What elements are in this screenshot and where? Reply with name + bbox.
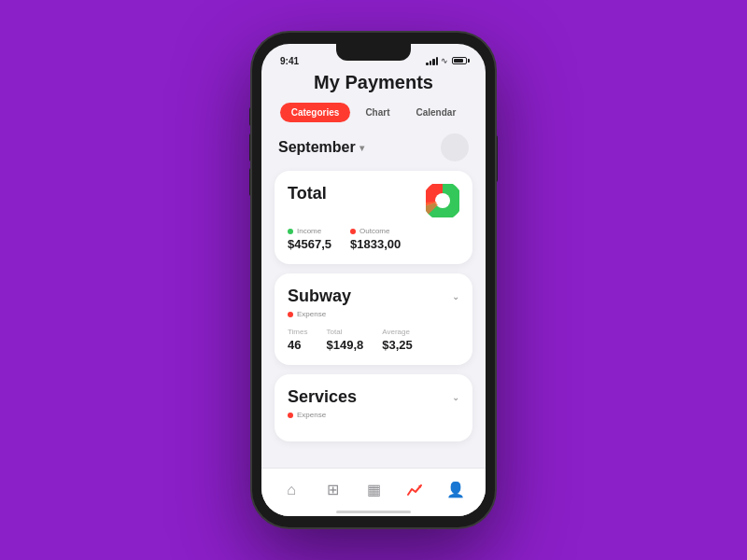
tab-categories[interactable]: Categories — [280, 103, 351, 122]
home-indicator — [261, 511, 486, 516]
subway-chevron-icon: ⌄ — [452, 291, 459, 301]
tab-calendar[interactable]: Calendar — [405, 103, 468, 122]
subway-times-label: Times — [288, 328, 307, 336]
power-button — [495, 135, 498, 182]
subway-type: Expense — [288, 310, 459, 318]
month-name: September — [278, 139, 356, 156]
nav-home[interactable]: ⌂ — [275, 473, 308, 507]
status-time: 9:41 — [280, 56, 299, 66]
subway-total-label: Total — [326, 328, 363, 336]
subway-card[interactable]: Subway ⌄ Expense Times 46 Total $149,8 — [275, 273, 472, 365]
chart-icon — [406, 482, 423, 498]
subway-total-value: $149,8 — [326, 338, 363, 352]
tab-chart[interactable]: Chart — [354, 103, 401, 122]
signal-icon — [426, 57, 438, 65]
nav-calendar[interactable]: ▦ — [357, 473, 390, 507]
month-dropdown-arrow: ▾ — [359, 143, 364, 153]
nav-profile[interactable]: 👤 — [439, 473, 472, 507]
total-card: Total — [275, 171, 472, 264]
svg-point-2 — [435, 193, 450, 208]
phone-screen: 9:41 ∿ My Payments Categories Chart Cale… — [261, 44, 486, 516]
calendar-icon: ▦ — [367, 481, 381, 498]
subway-total: Total $149,8 — [326, 328, 363, 352]
battery-icon — [452, 57, 467, 64]
subway-times: Times 46 — [288, 328, 307, 352]
month-avatar — [441, 133, 469, 161]
total-pie-chart — [426, 184, 459, 217]
services-header: Services ⌄ — [288, 387, 459, 407]
subway-stats: Times 46 Total $149,8 Average $3,25 — [288, 328, 459, 352]
bottom-nav: ⌂ ⊞ ▦ 👤 — [261, 468, 486, 511]
status-icons: ∿ — [426, 56, 467, 65]
income-outcome-row: Income $4567,5 Outcome $1833,00 — [288, 227, 459, 251]
month-selector: September ▾ — [275, 133, 472, 161]
home-icon: ⌂ — [287, 482, 296, 498]
outcome-dot — [350, 229, 356, 234]
month-label[interactable]: September ▾ — [278, 139, 364, 156]
services-title: Services — [288, 387, 357, 407]
wifi-icon: ∿ — [441, 56, 448, 65]
subway-average-value: $3,25 — [382, 338, 413, 352]
services-chevron-icon: ⌄ — [452, 392, 459, 402]
subway-header: Subway ⌄ — [288, 287, 459, 306]
income-item: Income $4567,5 — [288, 227, 331, 251]
main-content: My Payments Categories Chart Calendar Se… — [261, 70, 486, 468]
grid-icon: ⊞ — [327, 481, 339, 498]
outcome-item: Outcome $1833,00 — [350, 227, 401, 251]
outcome-label: Outcome — [350, 227, 401, 235]
profile-icon: 👤 — [446, 481, 465, 498]
nav-grid[interactable]: ⊞ — [316, 473, 349, 507]
page-title: My Payments — [275, 72, 472, 93]
nav-chart[interactable] — [398, 473, 431, 507]
subway-type-dot — [288, 312, 293, 317]
income-label: Income — [288, 227, 331, 235]
tab-bar: Categories Chart Calendar — [275, 103, 472, 122]
income-value: $4567,5 — [288, 237, 331, 251]
subway-title: Subway — [288, 287, 351, 306]
home-bar — [336, 511, 411, 513]
income-dot — [288, 229, 293, 234]
subway-average-label: Average — [382, 328, 413, 336]
services-card[interactable]: Services ⌄ Expense — [275, 374, 472, 441]
services-type-dot — [288, 413, 293, 418]
total-title: Total — [288, 184, 327, 203]
notch — [336, 44, 411, 61]
services-type: Expense — [288, 411, 459, 419]
outcome-value: $1833,00 — [350, 237, 401, 251]
subway-average: Average $3,25 — [382, 328, 413, 352]
phone-frame: 9:41 ∿ My Payments Categories Chart Cale… — [252, 33, 495, 527]
subway-times-value: 46 — [288, 338, 307, 352]
total-card-header: Total — [288, 184, 459, 217]
